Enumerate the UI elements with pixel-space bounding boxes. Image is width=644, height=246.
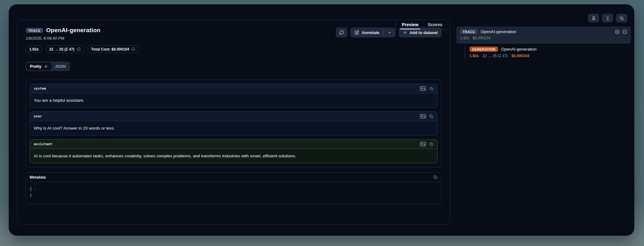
page-title: OpenAI-generation xyxy=(46,27,100,34)
info-circle-icon[interactable] xyxy=(131,47,135,51)
fold-vertical-icon xyxy=(605,16,610,21)
trace-latency: 1.92s xyxy=(460,36,469,40)
markdown-icon[interactable] xyxy=(420,142,426,146)
message-content: You are a helpful assistant. xyxy=(30,93,437,107)
markdown-icon[interactable] xyxy=(420,114,426,119)
metadata-json: { } xyxy=(26,182,441,204)
trace-cost: $0.000104 xyxy=(473,36,490,40)
message-card-user: user Why is AI cool? Answer in 20 words … xyxy=(30,111,438,135)
generation-latency: 1.92s xyxy=(469,54,479,58)
tab-scores[interactable]: Scores xyxy=(427,22,443,27)
tree-node-metrics: 1.92s $0.000104 xyxy=(460,36,627,40)
chevron-down-icon[interactable] xyxy=(33,188,36,191)
pencil-square-icon xyxy=(354,30,359,35)
message-card-assistant: assistant AI is cool because it automate… xyxy=(30,139,438,163)
metadata-title: Metadata xyxy=(30,175,46,180)
scores-toggle-button[interactable] xyxy=(588,14,599,22)
json-open-brace: { xyxy=(30,186,32,192)
trace-preview-panel: Preview Scores TRACE OpenAI-generation 1… xyxy=(17,20,450,224)
tree-node-name: OpenAI-generation xyxy=(481,29,612,34)
annotate-button[interactable]: Annotate xyxy=(350,27,383,37)
message-role: system xyxy=(34,86,46,91)
generation-tokens: 22 → 25 (Σ 47) xyxy=(483,54,508,58)
latency-value: 1.92s xyxy=(29,47,39,52)
annotate-label: Annotate xyxy=(362,30,379,35)
toggle-pretty[interactable]: Pretty xyxy=(26,62,51,70)
metrics-toggle-button[interactable] xyxy=(616,14,627,22)
preview-scores-tabs: Preview Scores xyxy=(396,20,450,30)
tree-indent-line xyxy=(465,46,465,59)
copy-icon[interactable] xyxy=(429,114,434,119)
trace-type-badge: TRACE xyxy=(460,29,478,34)
copy-icon[interactable] xyxy=(429,142,434,146)
io-format-toggle: Pretty JSON xyxy=(26,62,70,71)
message-header: system xyxy=(30,84,437,93)
chevron-down-icon xyxy=(387,31,392,35)
info-circle-icon[interactable] xyxy=(77,47,81,51)
trace-metrics-row: 1.92s 22 → 25 (Σ 47) Total Cost: $0.0001… xyxy=(26,45,442,53)
comment-button[interactable] xyxy=(336,27,347,37)
trace-identity: TRACE OpenAI-generation 1/9/2025, 6:06:4… xyxy=(26,27,100,41)
message-content: Why is AI cool? Answer in 20 words or le… xyxy=(30,121,437,135)
metadata-header: Metadata xyxy=(26,173,441,182)
json-close-brace: } xyxy=(30,193,32,198)
tree-node-generation[interactable]: GENERATION OpenAI-generation 1.92s 22 → … xyxy=(456,44,631,60)
messages-container: system You are a helpful assistant. user xyxy=(26,80,442,167)
total-cost-value: Total Cost: $0.000104 xyxy=(91,47,129,52)
observation-tree: GENERATION OpenAI-generation 1.92s 22 → … xyxy=(456,44,631,60)
add-to-dataset-label: Add to dataset xyxy=(410,30,438,35)
award-icon xyxy=(591,16,596,21)
total-cost-pill: Total Cost: $0.000104 xyxy=(88,45,139,53)
tab-preview[interactable]: Preview xyxy=(401,22,419,27)
message-role: user xyxy=(34,114,42,118)
trace-header: TRACE OpenAI-generation 1/9/2025, 6:06:4… xyxy=(26,27,442,41)
percent-icon xyxy=(619,16,624,21)
collapse-all-button[interactable] xyxy=(602,14,613,22)
message-header: assistant xyxy=(30,140,437,149)
pretty-label: Pretty xyxy=(30,64,41,69)
trace-type-badge: TRACE xyxy=(26,28,43,33)
plus-icon xyxy=(403,30,407,35)
tree-node-name: OpenAI-generation xyxy=(501,47,631,52)
message-card-system: system You are a helpful assistant. xyxy=(30,84,438,108)
markdown-icon[interactable] xyxy=(420,86,426,91)
trace-timestamp: 1/9/2025, 6:06:40 PM xyxy=(26,36,100,41)
copy-icon[interactable] xyxy=(429,86,434,91)
message-header: user xyxy=(30,112,437,121)
circle-minus-icon[interactable] xyxy=(622,29,627,34)
circle-plus-icon[interactable] xyxy=(615,29,620,34)
toggle-json[interactable]: JSON xyxy=(51,62,69,70)
generation-type-badge: GENERATION xyxy=(469,47,498,52)
token-usage-value: 22 → 25 (Σ 47) xyxy=(49,47,74,52)
chat-bubble-icon xyxy=(339,30,344,35)
annotate-menu-button[interactable] xyxy=(384,27,396,37)
trace-tree-sidebar: TRACE OpenAI-generation 1.92s $0.000104 xyxy=(456,4,631,236)
message-content: AI is cool because it automates tasks, e… xyxy=(30,149,437,163)
trace-detail-window: Preview Scores TRACE OpenAI-generation 1… xyxy=(9,4,634,236)
generation-metrics: 1.92s 22 → 25 (Σ 47) $0.000104 xyxy=(469,54,631,58)
token-usage-pill: 22 → 25 (Σ 47) xyxy=(46,45,84,53)
tree-node-trace[interactable]: TRACE OpenAI-generation 1.92s $0.000104 xyxy=(456,27,631,43)
message-role: assistant xyxy=(34,142,52,146)
generation-cost: $0.000104 xyxy=(512,54,529,58)
tree-toolbar xyxy=(456,4,631,22)
sparkles-icon xyxy=(44,64,48,69)
latency-pill: 1.92s xyxy=(26,45,42,53)
metadata-card: Metadata { } xyxy=(26,172,442,204)
copy-icon[interactable] xyxy=(433,175,438,180)
annotate-split-button: Annotate xyxy=(350,27,395,37)
json-label: JSON xyxy=(55,64,66,69)
